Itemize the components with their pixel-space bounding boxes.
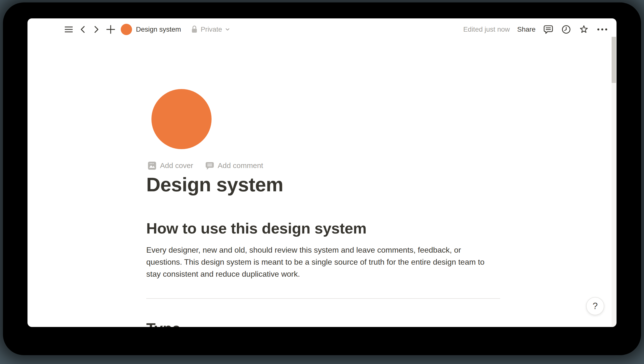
privacy-label: Private: [201, 26, 222, 33]
nav-back-button[interactable]: [79, 24, 87, 34]
add-cover-label: Add cover: [160, 162, 193, 170]
page-icon-dot: [121, 24, 132, 35]
history-button[interactable]: [561, 24, 571, 34]
new-page-button[interactable]: [106, 25, 115, 34]
section-heading-type[interactable]: Type: [146, 318, 514, 327]
clock-icon: [561, 24, 571, 34]
chevron-down-icon: [225, 27, 230, 32]
toolbar: Design system Private Edited just now Sh…: [28, 18, 616, 40]
ellipsis-icon: [596, 28, 608, 32]
comment-bubble-icon: [205, 162, 214, 170]
chevron-left-icon: [79, 24, 87, 34]
edited-status: Edited just now: [463, 26, 510, 33]
breadcrumb[interactable]: Design system: [121, 24, 181, 35]
add-cover-button[interactable]: Add cover: [148, 162, 193, 170]
page-title[interactable]: Design system: [146, 173, 514, 196]
content-divider: [146, 298, 500, 299]
scrollbar-thumb[interactable]: [611, 37, 616, 83]
help-button[interactable]: ?: [586, 297, 604, 315]
comment-icon: [543, 24, 554, 35]
nav-forward-button[interactable]: [92, 24, 101, 34]
toolbar-right-group: Edited just now Share: [463, 18, 608, 40]
more-button[interactable]: [596, 28, 608, 32]
lock-icon: [191, 25, 198, 34]
sidebar-toggle-button[interactable]: [64, 25, 73, 34]
intro-paragraph[interactable]: Every designer, new and old, should revi…: [146, 244, 498, 280]
hamburger-icon: [64, 25, 73, 34]
section-heading-how-to-use[interactable]: How to use this design system: [146, 218, 514, 238]
page-icon[interactable]: [151, 89, 212, 149]
add-comment-button[interactable]: Add comment: [205, 162, 263, 170]
breadcrumb-title: Design system: [136, 26, 181, 33]
chevron-right-icon: [92, 24, 101, 34]
notion-window: Design system Private Edited just now Sh…: [28, 18, 616, 327]
question-mark-icon: ?: [593, 301, 598, 311]
comments-button[interactable]: [543, 24, 554, 35]
share-button[interactable]: Share: [517, 26, 535, 33]
favorite-button[interactable]: [579, 24, 589, 34]
star-icon: [579, 24, 589, 34]
page-actions: Add cover Add comment: [148, 160, 263, 171]
add-comment-label: Add comment: [218, 162, 263, 170]
plus-icon: [106, 25, 115, 34]
privacy-dropdown[interactable]: Private: [191, 25, 230, 34]
scrollbar[interactable]: [611, 37, 616, 327]
toolbar-left-group: Design system Private: [64, 18, 230, 40]
image-icon: [148, 162, 156, 170]
